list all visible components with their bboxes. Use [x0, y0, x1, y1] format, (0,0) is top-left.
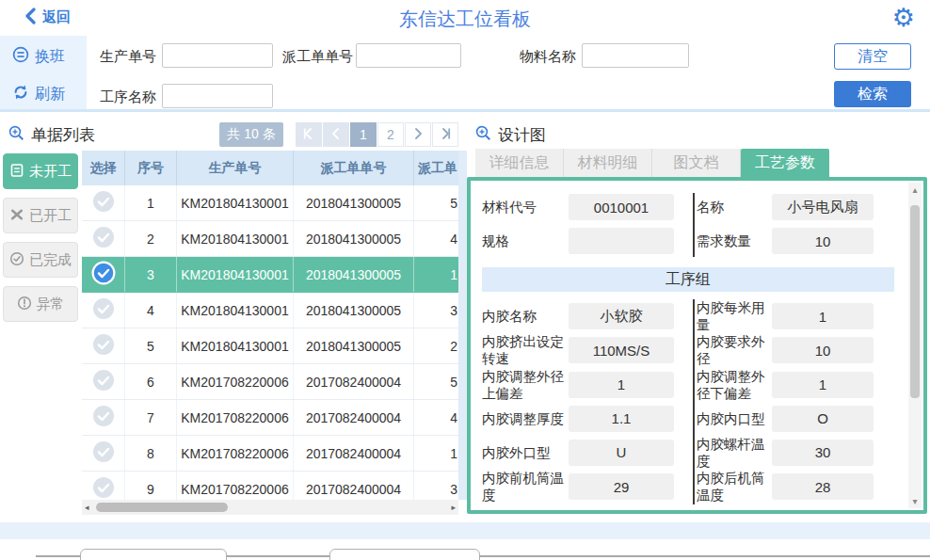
horizontal-scrollbar-thumb[interactable]: [96, 503, 228, 512]
row-production-no: KM201708220006: [177, 364, 294, 399]
row-seq: 5: [125, 328, 177, 363]
field-row: 内胶调整外径上偏差1: [482, 368, 687, 402]
field-value: 1: [772, 372, 874, 398]
last-page-button[interactable]: [432, 122, 458, 147]
clear-button[interactable]: 清空: [834, 43, 911, 70]
process-name-input[interactable]: [162, 84, 273, 108]
refresh-button[interactable]: 刷新: [12, 84, 65, 104]
vertical-scrollbar-thumb[interactable]: [910, 205, 920, 398]
production-no-input[interactable]: [162, 43, 273, 68]
filter-button-已完成[interactable]: 已完成: [3, 242, 78, 278]
prev-arrow-icon: [330, 127, 342, 143]
table-row[interactable]: 2KM20180413000120180413000054: [82, 221, 458, 257]
table-row[interactable]: 5KM20180413000120180413000052: [82, 328, 458, 364]
field-row: 需求数量10: [687, 224, 896, 258]
refresh-icon: [12, 84, 29, 104]
design-panel-title: 设计图: [475, 124, 546, 146]
row-select-checkbox[interactable]: [82, 436, 125, 471]
field-label: 内胶调整外径上偏差: [482, 368, 569, 402]
scroll-right-arrow-icon[interactable]: ▸: [451, 503, 456, 512]
field-value: 1.1: [569, 406, 674, 432]
tab-工艺参数[interactable]: 工艺参数: [741, 149, 829, 178]
search-button[interactable]: 检索: [834, 81, 911, 107]
field-label: 内胶前机筒温度: [482, 470, 569, 504]
row-unselected-check-icon: [92, 226, 115, 251]
scroll-up-arrow-icon[interactable]: ▴: [908, 184, 922, 195]
vertical-scrollbar[interactable]: ▴ ▾: [908, 183, 922, 508]
field-value: 10: [772, 337, 874, 363]
tab-图文档[interactable]: 图文档: [652, 149, 741, 178]
zoom-magnifier-icon: [8, 125, 24, 146]
table-row[interactable]: 4KM20180413000120180413000053: [82, 293, 458, 328]
field-row: 内胶挤出设定转速110MS/S: [482, 333, 687, 367]
row-seq: 8: [125, 436, 177, 471]
row-production-no: KM201708220006: [177, 436, 294, 471]
table-row[interactable]: 7KM20170822000620170824000044: [82, 400, 458, 436]
row-unselected-check-icon: [92, 476, 115, 502]
field-value: 29: [569, 473, 674, 500]
field-label: 内胶调整外径下偏差: [697, 368, 772, 402]
filter-label: 已开工: [29, 207, 72, 225]
order-list-title-text: 单据列表: [31, 124, 95, 146]
scroll-down-arrow-icon[interactable]: ▾: [908, 496, 922, 506]
total-count-badge: 共 10 条: [219, 122, 283, 147]
column-header: 序号: [125, 151, 177, 185]
field-label: 内胶外口型: [482, 444, 569, 461]
row-production-no: KM201708220006: [177, 400, 294, 435]
row-unselected-check-icon: [92, 297, 115, 323]
settings-gear-icon[interactable]: ⚙: [892, 1, 915, 35]
row-select-checkbox[interactable]: [82, 293, 125, 328]
field-row: 内胶调整外径下偏差1: [687, 368, 896, 402]
filter-button-未开工[interactable]: 未开工: [3, 153, 78, 189]
tab-材料明细[interactable]: 材料明细: [564, 149, 652, 178]
field-row: 内胶内口型O: [687, 402, 896, 436]
first-page-button[interactable]: [296, 122, 322, 147]
tools-icon: [9, 207, 24, 225]
row-select-checkbox[interactable]: [82, 185, 125, 220]
page-button-2[interactable]: 2: [377, 122, 404, 147]
table-row[interactable]: 3KM20180413000120180413000051: [82, 257, 458, 293]
row-select-checkbox[interactable]: [82, 400, 125, 435]
table-row[interactable]: 6KM20170822000620170824000045: [82, 364, 458, 400]
scroll-left-arrow-icon[interactable]: ◂: [85, 503, 89, 512]
row-unselected-check-icon: [92, 190, 115, 216]
order-table-header: 选择序号生产单号派工单单号派工单: [82, 151, 458, 185]
prev-page-button[interactable]: [323, 122, 349, 147]
pagination: 12: [296, 122, 459, 147]
row-seq: 6: [125, 364, 177, 399]
horizontal-scrollbar[interactable]: ◂ ▸: [82, 500, 458, 515]
param-fields-grid: 内胶名称小软胶内胶每米用量1内胶挤出设定转速110MS/S内胶要求外径10内胶调…: [482, 299, 896, 504]
row-select-checkbox[interactable]: [82, 364, 125, 399]
next-page-button[interactable]: [405, 122, 431, 147]
filter-button-异常[interactable]: 异常: [3, 286, 78, 322]
field-label: 内胶每米用量: [697, 299, 772, 333]
table-row[interactable]: 8KM20170822000620170824000041: [82, 436, 458, 472]
status-filter-list: 未开工已开工已完成异常: [3, 153, 78, 322]
field-label: 规格: [482, 232, 569, 249]
filter-button-已开工[interactable]: 已开工: [3, 198, 78, 233]
first-arrow-icon: [303, 127, 314, 143]
column-header: 选择: [82, 151, 125, 185]
column-header: 派工单: [414, 151, 458, 185]
dispatch-no-input[interactable]: [356, 43, 461, 68]
material-name-label: 物料名称: [520, 48, 576, 66]
field-value: 28: [772, 473, 874, 500]
design-panel-title-text: 设计图: [498, 124, 546, 146]
table-row[interactable]: 1KM20180413000120180413000055: [82, 185, 458, 221]
process-group-section-bar: 工序组: [482, 267, 894, 292]
field-value: [569, 228, 674, 254]
row-selected-check-icon: [91, 261, 116, 288]
row-unselected-check-icon: [92, 440, 115, 466]
bottom-strip: [0, 522, 930, 539]
row-select-checkbox[interactable]: [82, 221, 125, 256]
row-select-checkbox[interactable]: [82, 328, 125, 363]
row-select-checkbox[interactable]: [82, 257, 125, 292]
row-dispatch-no: 2018041300005: [294, 185, 414, 220]
shift-change-button[interactable]: 换班: [12, 46, 65, 67]
page-button-1[interactable]: 1: [350, 122, 377, 147]
material-name-input[interactable]: [582, 43, 689, 68]
row-production-no: KM201804130001: [177, 221, 294, 256]
row-seq: 3: [125, 257, 177, 292]
tab-详细信息[interactable]: 详细信息: [475, 149, 564, 178]
basic-fields-grid: 材料代号0010001名称小号电风扇规格需求数量10: [482, 190, 896, 258]
